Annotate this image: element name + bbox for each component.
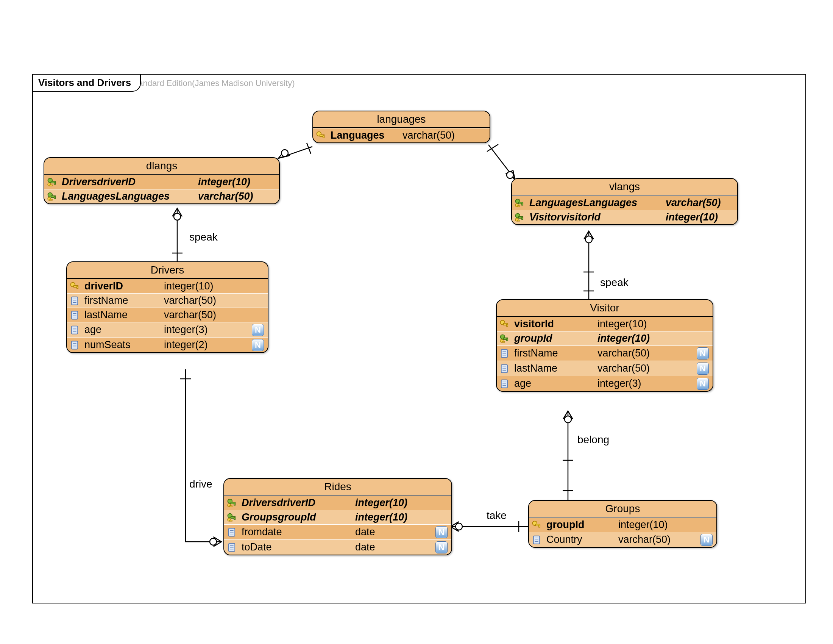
svg-rect-63 <box>507 339 508 341</box>
frame-title: Visitors and Drivers <box>32 74 141 92</box>
entity-rides[interactable]: RidesDriversdriverIDinteger(10)Groupsgro… <box>224 478 452 555</box>
column-name: toDate <box>241 541 355 553</box>
column-row[interactable]: groupIdinteger(10) <box>529 517 716 532</box>
column-name: age <box>84 324 164 336</box>
column-row[interactable]: fromdatedateN <box>224 524 451 539</box>
column-type: integer(10) <box>598 333 650 345</box>
entity-title: vlangs <box>512 179 737 195</box>
entity-visitor[interactable]: VisitorvisitorIdinteger(10)groupIdintege… <box>496 299 713 392</box>
column-name: LanguagesLanguages <box>529 197 666 209</box>
column-name: driverID <box>84 280 164 292</box>
column-row[interactable]: visitorIdinteger(10) <box>497 317 712 331</box>
column-row[interactable]: DriversdriverIDinteger(10) <box>224 496 451 510</box>
column-name: DriversdriverID <box>62 176 198 188</box>
column-row[interactable]: firstNamevarchar(50) <box>67 293 268 308</box>
column-name: age <box>514 378 598 390</box>
column-type: integer(3) <box>598 378 642 390</box>
rel-label-speak-1: speak <box>189 231 218 243</box>
entity-title: Drivers <box>67 262 268 279</box>
nullable-badge: N <box>697 348 709 359</box>
svg-rect-18 <box>323 135 325 138</box>
column-type: integer(10) <box>198 176 250 188</box>
column-row[interactable]: GroupsgroupIdinteger(10) <box>224 510 451 524</box>
column-type: date <box>355 541 375 553</box>
svg-rect-60 <box>507 324 508 327</box>
column-type: integer(10) <box>598 318 647 330</box>
svg-rect-23 <box>50 185 52 186</box>
svg-rect-28 <box>50 199 52 200</box>
column-type: integer(10) <box>355 497 407 509</box>
column-name: firstName <box>84 295 164 306</box>
column-name: GroupsgroupId <box>241 511 355 523</box>
column-row[interactable]: lastNamevarchar(50) <box>67 308 268 322</box>
column-type: integer(10) <box>618 519 668 531</box>
column-type: date <box>355 526 375 538</box>
entity-title: Rides <box>224 479 451 496</box>
entity-languages[interactable]: languagesLanguagesvarchar(50) <box>312 111 490 143</box>
rel-label-drive: drive <box>189 478 212 490</box>
svg-rect-98 <box>539 525 540 527</box>
entity-vlangs[interactable]: vlangsLanguagesLanguagesvarchar(50)Visit… <box>511 178 738 225</box>
nullable-badge: N <box>252 324 264 336</box>
column-row[interactable]: VisitorvisitorIdinteger(10) <box>512 210 737 224</box>
column-row[interactable]: ageinteger(3)N <box>67 322 268 337</box>
column-type: varchar(50) <box>164 309 216 321</box>
svg-rect-87 <box>230 520 232 521</box>
entity-groups[interactable]: GroupsgroupIdinteger(10)Countryvarchar(5… <box>528 500 717 548</box>
column-type: integer(10) <box>666 211 718 223</box>
column-name: fromdate <box>241 526 355 538</box>
column-row[interactable]: groupIdinteger(10) <box>497 331 712 346</box>
rel-label-take: take <box>487 510 507 522</box>
column-name: groupId <box>547 519 618 531</box>
column-type: integer(2) <box>164 339 208 351</box>
column-name: visitorId <box>514 318 598 330</box>
column-row[interactable]: driverIDinteger(10) <box>67 279 268 293</box>
svg-rect-80 <box>234 503 235 506</box>
column-type: varchar(50) <box>402 130 455 141</box>
column-type: integer(10) <box>164 280 214 292</box>
column-name: DriversdriverID <box>241 497 355 509</box>
svg-rect-21 <box>54 182 56 185</box>
svg-rect-38 <box>517 220 520 221</box>
column-row[interactable]: LanguagesLanguagesvarchar(50) <box>44 189 279 203</box>
svg-rect-33 <box>517 206 520 207</box>
column-type: varchar(50) <box>198 190 253 202</box>
svg-rect-82 <box>230 506 232 507</box>
nullable-badge: N <box>697 362 709 375</box>
column-name: VisitorvisitorId <box>529 211 666 223</box>
column-row[interactable]: lastNamevarchar(50)N <box>497 361 712 376</box>
nullable-badge: N <box>252 339 264 351</box>
column-name: numSeats <box>84 339 164 351</box>
column-row[interactable]: numSeatsinteger(2)N <box>67 337 268 352</box>
column-type: varchar(50) <box>598 348 650 359</box>
rel-label-speak-2: speak <box>600 277 629 289</box>
column-name: Languages <box>331 130 402 141</box>
svg-rect-31 <box>522 203 523 205</box>
entity-title: Groups <box>529 501 716 517</box>
entity-drivers[interactable]: DriversdriverIDinteger(10)firstNamevarch… <box>66 261 269 353</box>
column-row[interactable]: DriversdriverIDinteger(10) <box>44 175 279 189</box>
column-name: Country <box>547 534 618 546</box>
nullable-badge: N <box>436 526 447 538</box>
column-name: firstName <box>514 348 598 359</box>
column-type: varchar(50) <box>618 534 671 546</box>
nullable-badge: N <box>436 541 447 554</box>
rel-label-belong: belong <box>577 434 609 446</box>
svg-rect-41 <box>77 287 78 289</box>
column-type: varchar(50) <box>598 362 650 374</box>
svg-rect-85 <box>234 517 235 520</box>
column-type: integer(3) <box>164 324 208 336</box>
nullable-badge: N <box>701 534 712 546</box>
column-row[interactable]: Countryvarchar(50)N <box>529 532 716 547</box>
column-row[interactable]: firstNamevarchar(50)N <box>497 346 712 361</box>
entity-title: dlangs <box>44 158 279 175</box>
entity-title: languages <box>313 111 490 128</box>
entity-dlangs[interactable]: dlangsDriversdriverIDinteger(10)Language… <box>43 157 280 204</box>
column-row[interactable]: toDatedateN <box>224 539 451 555</box>
column-type: varchar(50) <box>164 295 216 306</box>
column-row[interactable]: LanguagesLanguagesvarchar(50) <box>512 195 737 210</box>
column-name: LanguagesLanguages <box>62 190 198 202</box>
column-row[interactable]: ageinteger(3)N <box>497 376 712 391</box>
column-row[interactable]: Languagesvarchar(50) <box>313 128 490 142</box>
nullable-badge: N <box>697 378 709 390</box>
